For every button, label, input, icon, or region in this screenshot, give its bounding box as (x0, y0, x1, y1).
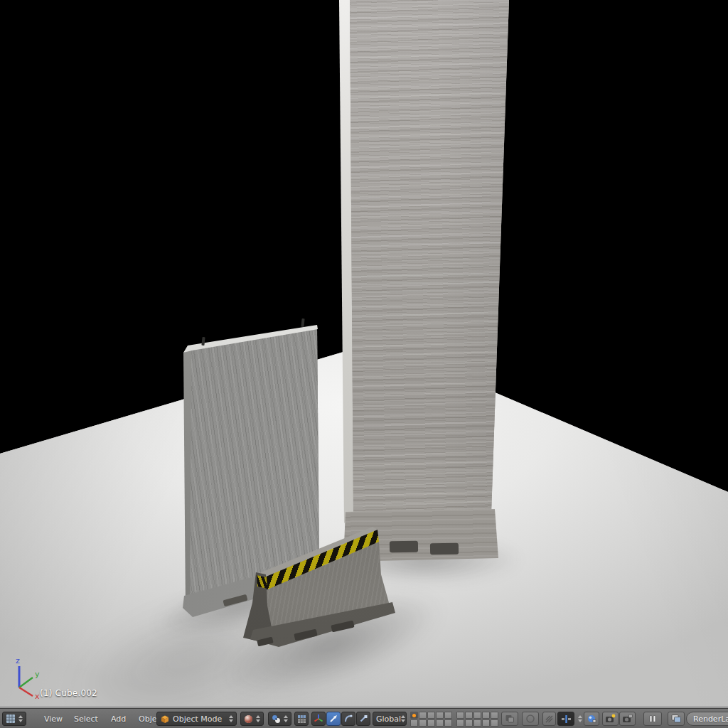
lifting-hook (301, 318, 304, 327)
layer-cell[interactable] (436, 712, 444, 719)
viewport-shading-dropdown[interactable] (240, 712, 264, 726)
manipulator-rotate-button[interactable] (341, 712, 355, 726)
pivot-point-dropdown[interactable] (268, 712, 291, 726)
column-base-slot (390, 541, 418, 553)
dropdown-arrows-icon (229, 715, 233, 722)
layer-group-1 (410, 712, 452, 727)
editor-type-selector[interactable] (2, 712, 26, 726)
lock-to-scene-toggle[interactable] (501, 712, 518, 726)
scene-lock-icon (505, 714, 515, 724)
layer-cell[interactable] (456, 712, 464, 719)
rotate-arc-icon (343, 714, 353, 724)
translate-arrow-icon (328, 714, 338, 724)
render-film-icon (622, 714, 633, 724)
dropdown-arrows-icon (256, 715, 260, 722)
object-mode-cube-icon (160, 714, 169, 724)
editor-3dview-icon (6, 714, 16, 724)
layer-buttons (410, 712, 498, 726)
column-base-slot (430, 543, 459, 555)
center-points-toggle[interactable] (294, 712, 309, 726)
snap-target-ball-icon (587, 714, 596, 724)
layer-cell[interactable] (465, 719, 473, 727)
pause-icon (648, 714, 657, 723)
layer-cell[interactable] (410, 719, 418, 727)
layer-cell[interactable] (473, 712, 481, 719)
selector-arrows-icon (18, 715, 23, 722)
orientation-label: Global (376, 714, 401, 724)
axis-z-label: z (16, 656, 20, 665)
dropdown-arrows-icon (578, 715, 582, 722)
center-points-icon (297, 714, 306, 724)
layer-cell[interactable] (427, 712, 435, 719)
mode-dropdown-label: Object Mode (173, 714, 222, 724)
orientation-dropdown[interactable]: Global (373, 712, 407, 726)
layer-cell[interactable] (482, 712, 490, 719)
layer-cell[interactable] (436, 719, 444, 727)
snap-element-dropdown[interactable] (557, 712, 574, 726)
renderlayer-photos-icon (671, 714, 682, 724)
layer-cell[interactable] (427, 719, 435, 727)
menu-select[interactable]: Select (74, 712, 98, 726)
active-object-info: (1) Cube.002 (40, 688, 97, 698)
manipulator-translate-button[interactable] (326, 712, 341, 726)
menu-add[interactable]: Add (111, 712, 126, 726)
snap-target-button[interactable] (584, 712, 599, 726)
pivot-median-icon (272, 714, 281, 724)
layer-cell-active[interactable] (410, 712, 418, 719)
snap-element-arrows[interactable] (575, 712, 582, 726)
dropdown-arrows-icon (284, 715, 288, 722)
viewport-header: View Select Add Object Object Mode (0, 708, 728, 728)
scale-handle-icon (358, 714, 368, 724)
layer-cell[interactable] (456, 719, 464, 727)
manipulator-axis-icon (314, 714, 323, 724)
opengl-render-anim-button[interactable] (619, 712, 636, 726)
opengl-render-still-button[interactable] (602, 712, 619, 726)
layer-cell[interactable] (465, 712, 473, 719)
axis-x-label: x (35, 692, 40, 700)
renderlayer-dropdown[interactable]: RenderLayer (686, 712, 728, 726)
mode-dropdown[interactable]: Object Mode (156, 712, 237, 726)
manipulator-scale-button[interactable] (356, 712, 370, 726)
blender-window: z y x (1) Cube.002 View Select Add Objec… (0, 0, 728, 728)
viewport-3d[interactable]: z y x (1) Cube.002 (0, 0, 728, 708)
layer-cell[interactable] (444, 712, 452, 719)
snap-magnet-icon (545, 714, 554, 724)
layer-cell[interactable] (419, 719, 427, 727)
layer-cell[interactable] (473, 719, 481, 727)
axis-y-label: y (35, 670, 40, 679)
layer-cell[interactable] (444, 719, 452, 727)
renderlayer-label: RenderLayer (693, 714, 728, 724)
shading-sphere-icon (244, 714, 253, 724)
proportional-editing-dropdown[interactable] (522, 712, 539, 726)
layer-cell[interactable] (491, 719, 498, 727)
layer-cell[interactable] (419, 712, 427, 719)
layer-group-2 (456, 712, 498, 727)
renderlayer-icon-button[interactable] (668, 712, 685, 726)
render-pause-button[interactable] (643, 712, 662, 726)
proportional-circle-icon (525, 714, 535, 724)
snap-increment-icon (561, 714, 572, 724)
layer-cell[interactable] (482, 719, 490, 727)
snap-toggle[interactable] (542, 712, 556, 726)
dropdown-arrows-icon (401, 715, 405, 722)
menu-view[interactable]: View (44, 712, 63, 726)
manipulator-toggle[interactable] (311, 712, 326, 726)
render-camera-icon (605, 714, 616, 724)
layer-cell[interactable] (491, 712, 498, 719)
